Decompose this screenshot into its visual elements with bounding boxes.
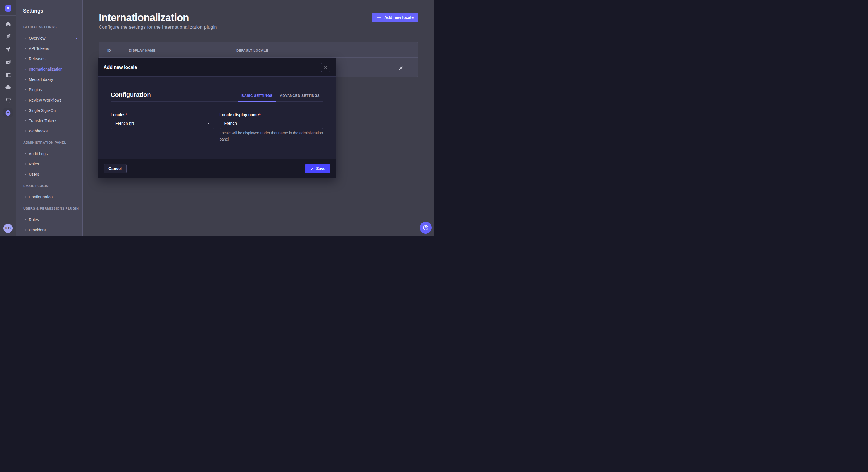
tab-advanced-settings[interactable]: ADVANCED SETTINGS	[276, 94, 323, 101]
locales-field: Locales* French (fr)	[111, 112, 214, 142]
close-icon	[324, 66, 328, 69]
check-icon	[310, 167, 314, 171]
display-name-input[interactable]	[220, 117, 323, 129]
modal-footer: Cancel Save	[98, 159, 336, 178]
modal-tabs: BASIC SETTINGS ADVANCED SETTINGS	[238, 94, 323, 101]
locales-select-value: French (fr)	[115, 121, 134, 126]
locales-label-text: Locales	[111, 112, 125, 117]
close-modal-button[interactable]	[321, 63, 330, 72]
modal-fields: Locales* French (fr) Locale display name…	[111, 112, 323, 142]
modal-body: Configuration BASIC SETTINGS ADVANCED SE…	[98, 76, 336, 159]
add-locale-modal: Add new locale Configuration BASIC SETTI…	[98, 58, 336, 178]
display-name-helper: Locale will be displayed under that name…	[220, 130, 325, 142]
modal-section-header: Configuration BASIC SETTINGS ADVANCED SE…	[111, 91, 323, 102]
locales-select[interactable]: French (fr)	[111, 117, 214, 129]
modal-title: Add new locale	[104, 65, 137, 70]
app-root: KD Settings GLOBAL SETTINGS Overview API…	[0, 0, 434, 236]
caret-down-icon	[207, 122, 210, 125]
tab-basic-settings[interactable]: BASIC SETTINGS	[238, 94, 276, 101]
cancel-button[interactable]: Cancel	[104, 164, 127, 173]
display-name-label-text: Locale display name	[220, 112, 259, 117]
save-button-label: Save	[316, 166, 326, 171]
save-button[interactable]: Save	[305, 164, 330, 173]
required-mark: *	[259, 112, 260, 117]
modal-header: Add new locale	[98, 58, 336, 76]
locales-label: Locales*	[111, 112, 214, 117]
modal-section-title: Configuration	[111, 91, 151, 101]
display-name-field: Locale display name* Locale will be disp…	[220, 112, 323, 142]
required-mark: *	[126, 112, 127, 117]
display-name-label: Locale display name*	[220, 112, 323, 117]
